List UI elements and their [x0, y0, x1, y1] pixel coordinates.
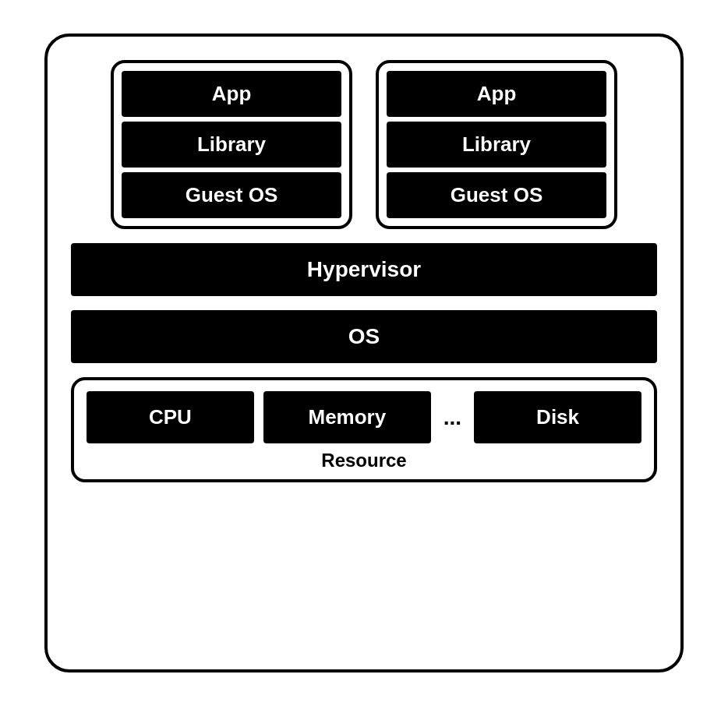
vms-row: App Library Guest OS App Library Guest O… — [71, 60, 657, 229]
vm2-library-layer: Library — [387, 122, 606, 168]
resource-label: Resource — [87, 450, 641, 471]
vm2-guestos-layer: Guest OS — [387, 172, 606, 218]
os-bar: OS — [71, 310, 657, 363]
vm1-guestos-layer: Guest OS — [122, 172, 341, 218]
resource-box: CPU Memory ... Disk Resource — [71, 377, 657, 482]
resource-items: CPU Memory ... Disk — [87, 391, 641, 443]
memory-bar: Memory — [263, 391, 431, 443]
vm1-app-layer: App — [122, 71, 341, 117]
vm1-box: App Library Guest OS — [111, 60, 352, 229]
diagram-container: App Library Guest OS App Library Guest O… — [44, 34, 684, 672]
vm2-app-layer: App — [387, 71, 606, 117]
hypervisor-bar: Hypervisor — [71, 243, 657, 296]
cpu-bar: CPU — [87, 391, 254, 443]
vm2-box: App Library Guest OS — [376, 60, 617, 229]
resource-dots: ... — [440, 405, 465, 430]
vm1-library-layer: Library — [122, 122, 341, 168]
disk-bar: Disk — [474, 391, 641, 443]
